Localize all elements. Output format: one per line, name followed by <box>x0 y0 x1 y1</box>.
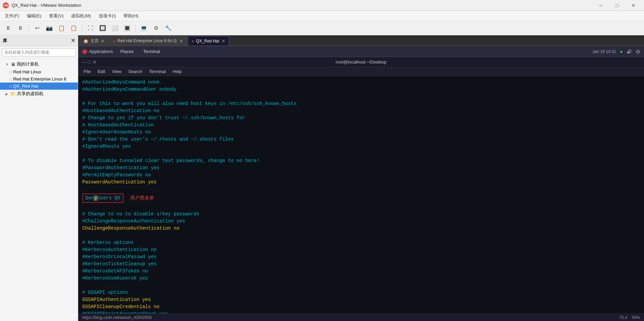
terminal-line: # For this to work you will also need ho… <box>82 100 640 107</box>
term-menu-edit[interactable]: Edit <box>95 68 108 75</box>
terminal-line: GSSAPIAuthentication yes <box>82 296 640 303</box>
datetime-display: Jan 19 14:31 <box>592 49 616 54</box>
tab-close-home[interactable]: ✕ <box>101 38 105 44</box>
term-menu-search[interactable]: Search <box>125 68 145 75</box>
deny-users-text2: Users QX <box>98 195 120 201</box>
terminal-line <box>82 186 640 193</box>
terminal-line <box>82 150 640 157</box>
menu-help[interactable]: 帮助(H) <box>120 12 142 20</box>
menu-file[interactable]: 文件(F) <box>1 12 23 20</box>
places-menu[interactable]: Places <box>118 48 136 55</box>
toolbar-fullscreen[interactable]: ⛶ <box>85 23 96 34</box>
toolbar-screenshot[interactable]: 📷 <box>44 23 55 34</box>
toolbar-pause[interactable]: ⏸ <box>3 23 14 34</box>
toolbar-settings[interactable]: ⚙ <box>151 23 162 34</box>
vm-icon: ● <box>113 39 115 43</box>
applications-label: Applications <box>89 49 113 54</box>
deny-annotation: 用户黑名单 <box>130 195 154 202</box>
toolbar-undo[interactable]: ↩ <box>32 23 43 34</box>
terminal-line <box>82 93 640 100</box>
terminal-line: # HostbasedAuthentication <box>82 122 640 129</box>
deny-cursor: y <box>94 195 97 201</box>
tab-qx-redhat[interactable]: ● QX_Red Hat ✕ <box>188 36 229 46</box>
tree-item-qx-redhat[interactable]: □ QX_Red Hat <box>0 83 78 90</box>
terminal-line: # Kerberos options <box>82 239 640 246</box>
menu-vm[interactable]: 虚拟机(M) <box>68 12 95 20</box>
sidebar-title: 库 <box>3 38 7 44</box>
toolbar-settings2[interactable]: 🔧 <box>163 23 174 34</box>
cursor-pos: 75,4 <box>619 315 627 320</box>
term-maximize[interactable]: □ <box>88 59 90 65</box>
folder-icon: 📁 <box>10 91 16 96</box>
status-position: 75,4 50% <box>619 315 640 320</box>
tree-label: Red Hat Linux <box>13 69 41 74</box>
sidebar-search-input[interactable] <box>2 48 76 56</box>
term-menu-help[interactable]: Help <box>170 68 185 75</box>
tab-close-qx[interactable]: ✕ <box>221 38 225 44</box>
tree-item-my-computer[interactable]: ▼ 🖥 我的计算机 <box>0 60 78 68</box>
menu-tabs[interactable]: 选项卡(I) <box>95 12 119 20</box>
main-area: 库 ✕ ▼ 🖥 我的计算机 □ Red Hat Linux □ Red Hat … <box>0 35 644 321</box>
terminal-window-controls: ─ □ ✕ <box>82 59 103 65</box>
tab-label: Red Hat Enterprise Linux 8 64 位 <box>117 38 177 44</box>
sidebar-close-button[interactable]: ✕ <box>71 37 75 44</box>
vm-topbar-left: Applications Places Terminal <box>82 48 162 55</box>
terminal-line: #ChallengeResponseAuthentication yes <box>82 218 640 225</box>
terminal-line: # Change to no to disable s/key password… <box>82 211 640 218</box>
menu-edit[interactable]: 编辑(E) <box>23 12 45 20</box>
terminal-line: #PermitEmptyPasswords no <box>82 172 640 179</box>
terminal-line: #GSSAPIStrictAcceptorCheck yes <box>82 310 640 314</box>
tree-item-redhat-linux[interactable]: □ Red Hat Linux <box>0 68 78 75</box>
term-close[interactable]: ✕ <box>92 59 97 65</box>
toolbar-unity[interactable]: 🔲 <box>97 23 108 34</box>
terminal-line: #IgnoreUserKnownHosts no <box>82 129 640 136</box>
deny-users-text: Den <box>85 195 94 201</box>
terminal-content[interactable]: #AuthorizedKeysCommand none #AuthorizedK… <box>78 76 644 314</box>
sidebar-header: 库 ✕ <box>0 35 78 46</box>
minimize-button[interactable]: ─ <box>593 0 609 11</box>
terminal-line: ChallengeResponseAuthentication no <box>82 225 640 232</box>
tree-label: 我的计算机 <box>17 61 39 67</box>
toolbar-snapshot2[interactable]: 📋 <box>68 23 79 34</box>
terminal-line: #KerberosGetAFSToken no <box>82 268 640 275</box>
tree-item-shared[interactable]: ▶ 📁 共享的虚拟机 <box>0 90 78 98</box>
term-menu-view[interactable]: View <box>109 68 124 75</box>
term-minimize[interactable]: ─ <box>82 59 86 65</box>
term-menu-file[interactable]: File <box>81 68 94 75</box>
close-button[interactable]: ✕ <box>626 0 641 11</box>
home-icon: 🏠 <box>83 39 88 43</box>
terminal-line: # To disable tunneled clear text passwor… <box>82 157 640 164</box>
applications-menu[interactable]: Applications <box>82 49 113 54</box>
titlebar-title: QX_Red Hat - VMware Workstation <box>12 3 81 8</box>
toolbar-sep3 <box>135 24 136 32</box>
toolbar-unity3[interactable]: 🔳 <box>122 23 133 34</box>
toolbar-pause2[interactable]: ⏸ <box>15 23 26 34</box>
menu-view[interactable]: 查看(V) <box>46 12 67 20</box>
titlebar-left: VM QX_Red Hat - VMware Workstation <box>3 2 81 8</box>
redhat-icon <box>82 49 87 54</box>
terminal-menu[interactable]: Terminal <box>141 48 162 55</box>
terminal-line: #PasswordAuthentication yes <box>82 164 640 172</box>
vm-icon: □ <box>10 84 12 88</box>
toolbar-snapshot[interactable]: 📋 <box>56 23 67 34</box>
terminal-line: # Don't read the user's ~/.rhosts and ~/… <box>82 136 640 143</box>
tab-redhat-enterprise[interactable]: ● Red Hat Enterprise Linux 8 64 位 ✕ <box>109 36 187 46</box>
tab-label: QX_Red Hat <box>196 39 219 43</box>
terminal-titlebar: ─ □ ✕ root@localhost:~/Desktop <box>78 57 644 67</box>
tabs-bar: 🏠 主页 ✕ ● Red Hat Enterprise Linux 8 64 位… <box>78 35 644 46</box>
tree-item-redhat-enterprise[interactable]: □ Red Hat Enterprise Linux 8 <box>0 75 78 83</box>
tree-label: 共享的虚拟机 <box>17 91 44 97</box>
toolbar-terminal-icon[interactable]: 💻 <box>138 23 149 34</box>
term-menu-terminal[interactable]: Terminal <box>147 68 169 75</box>
tab-close-rh[interactable]: ✕ <box>179 38 183 44</box>
tree-label: Red Hat Enterprise Linux 8 <box>13 76 66 82</box>
toolbar-unity2[interactable]: ⬜ <box>109 23 120 34</box>
vm-icon: □ <box>10 77 12 81</box>
titlebar-controls: ─ □ ✕ <box>593 0 641 11</box>
restore-button[interactable]: □ <box>609 0 625 11</box>
vm-content: 🏠 主页 ✕ ● Red Hat Enterprise Linux 8 64 位… <box>78 35 644 321</box>
terminal-line: PasswordAuthentication yes <box>82 179 640 186</box>
terminal-line: #HostbasedAuthentication no <box>82 107 640 114</box>
tab-home[interactable]: 🏠 主页 ✕ <box>80 36 108 46</box>
terminal-line: # Change to yes if you don't trust ~/.ss… <box>82 114 640 122</box>
